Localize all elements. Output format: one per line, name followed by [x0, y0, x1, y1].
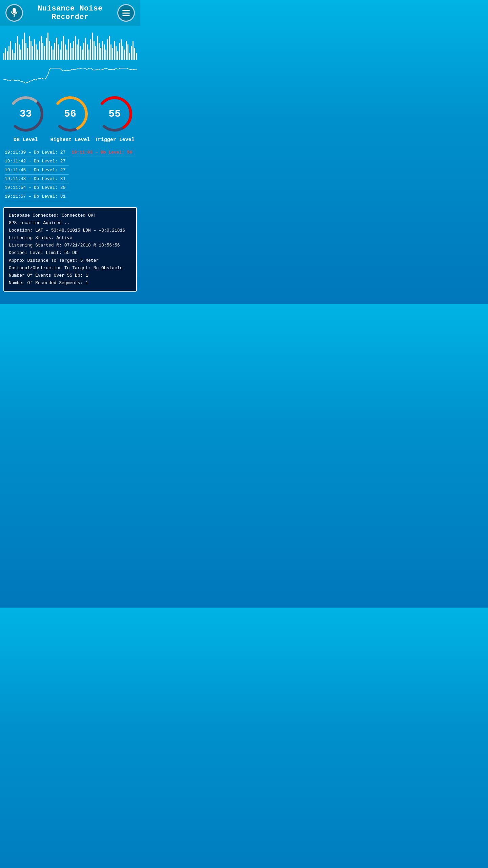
waveform-bar	[70, 43, 71, 60]
log-left: 19:11:39 – Db Level: 2719:11:42 – Db Lev…	[5, 148, 69, 201]
log-highlight-wrapper: 19:11:39 – Db Level: 2719:11:42 – Db Lev…	[5, 148, 136, 201]
waveform-bar	[92, 33, 93, 60]
waveform-bar	[110, 44, 111, 60]
waveform-bar	[136, 53, 137, 60]
waveform-bar	[95, 46, 96, 60]
waveform-bar	[77, 44, 78, 60]
log-section: 19:11:39 – Db Level: 2719:11:42 – Db Lev…	[0, 143, 140, 204]
waveform-bar	[127, 44, 128, 60]
log-item: 19:11:54 – Db Level: 29	[5, 183, 69, 192]
waveform-bar	[124, 50, 125, 60]
waveform-bar	[54, 43, 55, 60]
waveform-bar	[78, 39, 79, 60]
gauge-item-trigger-level: 55 Trigger Level	[94, 94, 135, 143]
waveform-bar	[19, 44, 20, 60]
status-line: Decibel Level Limit: 55 Db	[9, 249, 131, 257]
waveform-bar	[44, 46, 45, 60]
waveform-bar	[87, 44, 88, 60]
waveform-bar	[30, 41, 32, 60]
waveform-bar	[85, 38, 86, 60]
status-line: Number Of Recorded Segments: 1	[9, 279, 131, 287]
waveform-bar	[73, 41, 74, 60]
gauge-value: 55	[108, 108, 121, 120]
waveform-bar	[102, 41, 103, 60]
menu-icon	[122, 10, 130, 11]
gauge-circle: 56	[50, 94, 90, 134]
app-header: Nuisance Noise Recorder	[0, 0, 140, 26]
waveform-bar	[122, 46, 123, 60]
mic-button[interactable]	[5, 4, 23, 22]
waveform-bar	[109, 36, 110, 60]
waveform-bar	[32, 46, 33, 60]
waveform-bar	[90, 39, 91, 60]
waveform-bar	[97, 36, 98, 60]
gauge-value: 56	[64, 108, 76, 120]
waveform-bar	[25, 43, 26, 60]
waveform-bar	[94, 41, 95, 60]
gauge-circle: 33	[5, 94, 46, 134]
gauge-item-db-level: 33 DB Level	[5, 94, 46, 143]
waveform-bar	[82, 50, 83, 60]
waveform-bar	[116, 46, 117, 60]
waveform-bar	[117, 51, 118, 60]
waveform-bar	[8, 46, 9, 60]
waveform-bar	[14, 53, 15, 60]
waveform-bar	[63, 36, 64, 60]
log-item: 19:11:42 – Db Level: 27	[5, 157, 69, 166]
waveform-bar	[42, 43, 43, 60]
app-title: Nuisance Noise Recorder	[23, 4, 117, 21]
waveform-bar	[80, 46, 81, 60]
gauge-value: 33	[20, 108, 32, 120]
log-item: 19:11:48 – Db Level: 31	[5, 175, 69, 183]
waveform-bar	[66, 50, 67, 60]
menu-button[interactable]	[117, 4, 135, 22]
waveform-bar	[75, 36, 76, 60]
waveform-bar	[17, 36, 18, 60]
waveform-bar	[107, 39, 108, 60]
waveform-bar	[51, 46, 52, 60]
waveform-bar	[104, 44, 105, 60]
waveform-bar	[5, 48, 6, 60]
waveform-bar	[134, 48, 135, 60]
waveform-bar	[39, 41, 40, 60]
status-line: Number Of Events Over 55 Db: 1	[9, 272, 131, 279]
waveform-bar	[112, 48, 113, 60]
waveform-bar	[46, 38, 47, 60]
waveform-bar	[36, 44, 37, 60]
waveform-bar	[15, 43, 16, 60]
waveform-bar	[99, 43, 100, 60]
waveform-bar	[24, 33, 25, 60]
log-item: 19:11:39 – Db Level: 27	[5, 148, 69, 157]
line-chart-section	[0, 63, 140, 90]
waveform-section	[0, 26, 140, 63]
waveform-bar	[119, 43, 120, 60]
waveform-bar	[53, 50, 54, 60]
status-line: Location: LAT – 53:48.31015 LON – –3:0.2…	[9, 227, 131, 234]
waveform-bar	[83, 43, 84, 60]
waveform-bar	[20, 50, 21, 60]
waveform-bar	[60, 50, 61, 60]
menu-icon	[122, 15, 130, 16]
menu-icon	[122, 13, 130, 14]
log-right: 19:11:03 – Db Level: 56	[72, 148, 136, 201]
waveform-bar	[131, 46, 132, 60]
mic-icon	[9, 7, 19, 19]
waveform-bar	[29, 36, 30, 60]
waveform-bar	[100, 48, 101, 60]
svg-rect-0	[14, 16, 15, 16]
waveform-bar	[121, 39, 122, 60]
waveform-bar	[41, 36, 42, 60]
log-item: 19:11:57 – Db Level: 31	[5, 192, 69, 201]
status-line: Obstacal/Obstruction To Target: No Obsta…	[9, 264, 131, 272]
waveform-bar	[105, 50, 106, 60]
waveform-bar	[88, 50, 89, 60]
status-line: Listening Started @: 07/21/2018 @ 18:56:…	[9, 242, 131, 249]
waveform-bar	[10, 41, 11, 60]
waveform-bar	[7, 51, 8, 60]
status-box: Database Connected: Connected OK!GPS Loc…	[3, 207, 137, 292]
waveform-bar	[114, 41, 115, 60]
waveform-bar	[37, 50, 38, 60]
gauge-circle: 55	[94, 94, 135, 134]
waveform-bar	[68, 39, 69, 60]
waveform-bar	[47, 33, 48, 60]
